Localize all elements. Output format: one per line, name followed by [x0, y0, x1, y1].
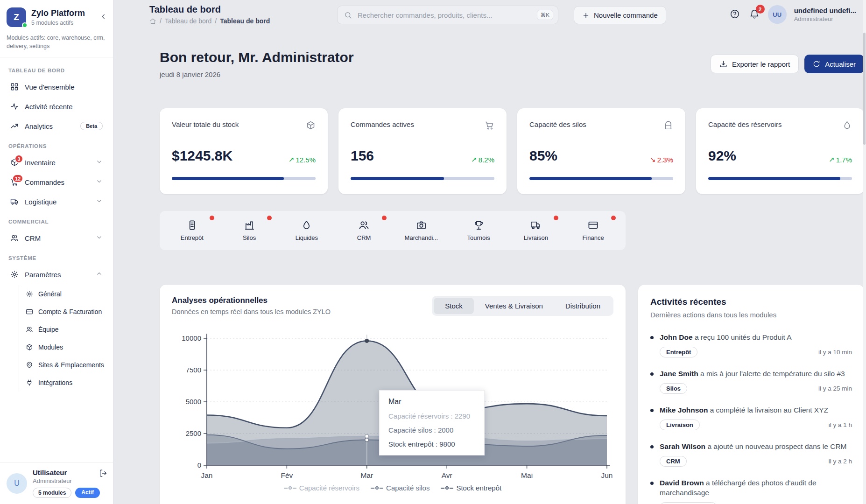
box-icon	[26, 343, 33, 351]
search-icon	[344, 11, 352, 19]
trending-up-icon	[10, 122, 19, 130]
page-title: Tableau de bord	[149, 4, 270, 15]
legend-label: Capacité réservoirs	[299, 484, 359, 492]
kpi-progress-fill	[172, 177, 284, 180]
sidebar-item-label: Inventaire	[25, 159, 56, 167]
sidebar-item-logistics[interactable]: Logistique	[6, 192, 107, 211]
sidebar-subitem-general[interactable]: Général	[26, 285, 107, 303]
download-icon	[719, 60, 727, 68]
help-icon	[730, 9, 740, 19]
breadcrumb-current: Tableau de bord	[220, 17, 270, 25]
sidebar-subitem-billing[interactable]: Compte & Facturation	[26, 303, 107, 321]
module-tile-label: CRM	[357, 234, 371, 241]
module-tile-crm[interactable]: CRM	[335, 211, 393, 250]
module-badge: Silos	[660, 383, 687, 394]
breadcrumb: / Tableau de bord / Tableau de bord	[149, 17, 270, 25]
sidebar-subitem-label: Compte & Facturation	[38, 308, 102, 315]
chart-plot-area: 025005000750010000JanFévMarAvrMaiJun Mar…	[172, 327, 613, 482]
alert-dot	[554, 216, 558, 220]
module-tile-silos[interactable]: Silos	[221, 211, 278, 250]
tab-distribution[interactable]: Distribution	[554, 298, 612, 314]
module-tile-label: Entrepôt	[181, 234, 204, 241]
page-scrollbar	[863, 0, 866, 504]
sidebar-subitem-team[interactable]: Équipe	[26, 321, 107, 338]
sidebar-item-inventory[interactable]: 3 Inventaire	[6, 153, 107, 172]
scrollbar-thumb[interactable]	[863, 33, 866, 145]
kpi-card-active-orders: Commandes actives 156 ↗8.2%	[338, 108, 507, 194]
chevron-down-icon	[96, 234, 103, 241]
export-report-button[interactable]: Exporter le rapport	[711, 55, 799, 73]
sidebar-subitem-label: Intégrations	[38, 379, 72, 386]
truck-icon	[10, 197, 19, 206]
bullet-icon	[650, 445, 654, 448]
breadcrumb-parent[interactable]: Tableau de bord	[165, 17, 211, 25]
header-user-avatar[interactable]: UU	[768, 5, 787, 24]
legend-item-silos[interactable]: Capacité silos	[371, 484, 429, 492]
map-pin-icon	[26, 361, 33, 369]
header-user-role: Administrateur	[794, 15, 856, 22]
sidebar-subitem-modules[interactable]: Modules	[26, 338, 107, 356]
tab-stock[interactable]: Stock	[434, 298, 474, 314]
credit-card-icon	[26, 308, 33, 315]
tab-ventes-livraison[interactable]: Ventes & Livraison	[474, 298, 554, 314]
module-tile-finance[interactable]: Finance	[564, 211, 622, 250]
truck-icon	[530, 220, 541, 231]
welcome-date: jeudi 8 janvier 2026	[160, 70, 354, 78]
alert-dot	[611, 216, 616, 220]
inventory-count-badge: 3	[14, 154, 23, 163]
search-input[interactable]	[357, 11, 532, 20]
delta-arrow-icon: ↗	[829, 155, 835, 164]
module-tile-label: Finance	[583, 234, 604, 241]
sidebar-subitem-sites[interactable]: Sites & Emplacements	[26, 356, 107, 374]
section-label-dashboard: TABLEAU DE BORD	[8, 68, 105, 73]
module-badge: CRM	[660, 456, 687, 467]
chart-title: Analyses opérationnelles	[172, 296, 331, 305]
kpi-label: Capacité des réservoirs	[708, 120, 782, 128]
recent-activities-card: Activités récentes Dernières actions dan…	[638, 285, 864, 504]
svg-text:10000: 10000	[182, 334, 201, 342]
module-tile-liquides[interactable]: Liquides	[278, 211, 336, 250]
modules-count-badge: 5 modules	[33, 488, 71, 498]
module-tile-entrepot[interactable]: Entrepôt	[163, 211, 221, 250]
user-avatar[interactable]: U	[7, 473, 27, 494]
action-text: a mis à jour l'alerte de température du …	[700, 370, 845, 378]
new-order-button[interactable]: Nouvelle commande	[574, 6, 666, 24]
delta-arrow-icon: ↘	[650, 155, 656, 164]
sidebar-item-overview[interactable]: Vue d'ensemble	[6, 77, 107, 97]
global-search[interactable]: ⌘K	[337, 6, 558, 24]
help-button[interactable]	[729, 8, 741, 21]
notifications-button[interactable]: 2	[748, 8, 760, 21]
kpi-value: 85%	[529, 148, 557, 164]
refresh-label: Actualiser	[825, 60, 856, 68]
kpi-progress-fill	[351, 177, 444, 180]
list-item: David Brown a téléchargé des photos d'au…	[650, 478, 852, 504]
sidebar-item-label: Logistique	[25, 198, 56, 206]
users-icon	[359, 220, 369, 231]
module-badge: Entrepôt	[660, 347, 697, 357]
module-tile-label: Marchandi...	[405, 234, 438, 241]
factory-icon	[244, 220, 255, 231]
kpi-value: 156	[351, 148, 374, 164]
header-user-menu[interactable]: undefined undefi... Administrateur	[794, 7, 856, 22]
legend-item-entrepot[interactable]: Stock entrepôt	[441, 484, 501, 492]
home-icon[interactable]	[149, 18, 156, 25]
sidebar-item-settings[interactable]: Paramètres	[6, 265, 107, 284]
legend-item-reservoirs[interactable]: Capacité réservoirs	[284, 484, 359, 492]
sidebar-item-analytics[interactable]: Analytics Beta	[6, 116, 107, 136]
refresh-button[interactable]: Actualiser	[804, 55, 864, 73]
list-item: Jane Smith a mis à jour l'alerte de temp…	[650, 369, 852, 394]
module-tile-tournois[interactable]: Tournois	[450, 211, 507, 250]
sidebar-item-crm[interactable]: CRM	[6, 228, 107, 248]
sidebar-user-card: U Utilisateur Administrateur 5 modules A…	[0, 462, 113, 504]
sidebar-collapse-button[interactable]	[97, 11, 109, 23]
sidebar-item-recent-activity[interactable]: Activité récente	[6, 97, 107, 116]
module-tile-marchandisage[interactable]: Marchandi...	[393, 211, 450, 250]
module-tile-livraison[interactable]: Livraison	[507, 211, 565, 250]
sidebar-subitem-integrations[interactable]: Intégrations	[26, 374, 107, 392]
chevron-up-icon	[96, 270, 103, 277]
actor-name: Mike Johnson	[660, 406, 708, 414]
sidebar-header: Z Zylo Platform 5 modules actifs	[0, 0, 113, 30]
logout-button[interactable]	[99, 469, 107, 479]
sidebar-item-orders[interactable]: 12 Commandes	[6, 172, 107, 192]
topbar: Tableau de bord / Tableau de bord / Tabl…	[113, 0, 863, 30]
